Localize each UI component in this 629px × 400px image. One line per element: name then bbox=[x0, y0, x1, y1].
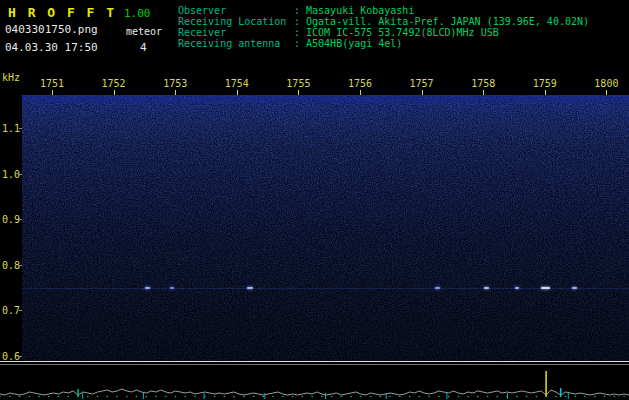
header-info: Observer: Masayuki KobayashiReceiving Lo… bbox=[178, 5, 589, 49]
info-label: Observer bbox=[178, 5, 294, 16]
baseline-dot bbox=[409, 396, 411, 398]
info-label: Receiver bbox=[178, 27, 294, 38]
separator-line-top bbox=[0, 361, 629, 362]
baseline-dot bbox=[185, 396, 187, 398]
info-value: : Ogata-vill. Akita-Pref. JAPAN (139.96E… bbox=[294, 16, 589, 27]
baseline-dot bbox=[253, 396, 255, 398]
baseline-dot bbox=[399, 396, 401, 398]
baseline-dot bbox=[516, 396, 518, 398]
time-tick-label: 1800 bbox=[594, 78, 618, 89]
baseline-dot bbox=[555, 396, 557, 398]
freq-tick-label: 0.9 bbox=[2, 214, 20, 225]
baseline-dot bbox=[233, 396, 235, 398]
time-tick-label: 1759 bbox=[533, 78, 557, 89]
baseline-dot bbox=[584, 396, 586, 398]
baseline-dot bbox=[497, 396, 499, 398]
baseline-dot bbox=[594, 396, 596, 398]
baseline-dot bbox=[282, 396, 284, 398]
baseline-dot bbox=[68, 396, 70, 398]
freq-tick-label: 1.0 bbox=[2, 169, 20, 180]
baseline-dot bbox=[487, 396, 489, 398]
baseline-dot bbox=[545, 396, 547, 398]
baseline-dot bbox=[214, 396, 216, 398]
baseline-dot bbox=[9, 396, 11, 398]
info-row: Receiving Location: Ogata-vill. Akita-Pr… bbox=[178, 16, 589, 27]
baseline-dot bbox=[448, 396, 450, 398]
baseline-dot bbox=[370, 396, 372, 398]
baseline-dot bbox=[389, 396, 391, 398]
time-tick-label: 1751 bbox=[40, 78, 64, 89]
baseline-dot bbox=[126, 396, 128, 398]
baseline-dot bbox=[19, 396, 21, 398]
time-tick-label: 1753 bbox=[163, 78, 187, 89]
filename: 0403301750.png bbox=[5, 23, 98, 36]
baseline-dot bbox=[0, 396, 1, 398]
baseline-dot bbox=[107, 396, 109, 398]
info-value: : A504HB(yagi 4el) bbox=[294, 38, 402, 49]
time-tick-label: 1752 bbox=[102, 78, 126, 89]
baseline-dot bbox=[360, 396, 362, 398]
khz-axis-label: kHz bbox=[2, 72, 20, 83]
baseline-dot bbox=[302, 396, 304, 398]
baseline-dot bbox=[506, 396, 508, 398]
baseline-dot bbox=[575, 396, 577, 398]
level-trace bbox=[0, 389, 629, 395]
baseline-dot bbox=[48, 396, 50, 398]
freq-tick-label: 0.8 bbox=[2, 260, 20, 271]
baseline-dot bbox=[116, 396, 118, 398]
baseline-dot bbox=[87, 396, 89, 398]
info-value: : ICOM IC-575 53.7492(8LCD)MHz USB bbox=[294, 27, 499, 38]
baseline-dot bbox=[380, 396, 382, 398]
baseline-dot bbox=[146, 396, 148, 398]
spectrogram-shading bbox=[22, 95, 629, 362]
time-tick-label: 1755 bbox=[286, 78, 310, 89]
info-row: Observer: Masayuki Kobayashi bbox=[178, 5, 589, 16]
baseline-dot bbox=[263, 396, 265, 398]
baseline-dot bbox=[155, 396, 157, 398]
time-tick-label: 1756 bbox=[348, 78, 372, 89]
baseline-dot bbox=[604, 396, 606, 398]
info-value: : Masayuki Kobayashi bbox=[294, 5, 414, 16]
baseline-dot bbox=[204, 396, 206, 398]
baseline-dot bbox=[136, 396, 138, 398]
baseline-dot bbox=[526, 396, 528, 398]
baseline-dot bbox=[331, 396, 333, 398]
time-tick-label: 1758 bbox=[471, 78, 495, 89]
baseline-dot bbox=[536, 396, 538, 398]
spectrogram bbox=[22, 95, 629, 362]
meteor-count: 4 bbox=[140, 41, 147, 54]
baseline-dot bbox=[224, 396, 226, 398]
info-row: Receiver: ICOM IC-575 53.7492(8LCD)MHz U… bbox=[178, 27, 589, 38]
baseline-dot bbox=[29, 396, 31, 398]
baseline-dot bbox=[243, 396, 245, 398]
baseline-dot bbox=[165, 396, 167, 398]
meteor-label: meteor bbox=[126, 26, 162, 37]
baseline-dot bbox=[350, 396, 352, 398]
info-label: Receiving Location bbox=[178, 16, 294, 27]
app-title: H R O F F T bbox=[8, 5, 116, 20]
baseline-dot bbox=[477, 396, 479, 398]
freq-tick-label: 0.7 bbox=[2, 305, 20, 316]
baseline-dot bbox=[438, 396, 440, 398]
freq-tick-label: 0.6 bbox=[2, 351, 20, 362]
baseline-dot bbox=[614, 396, 616, 398]
time-tick-label: 1754 bbox=[225, 78, 249, 89]
baseline-dot bbox=[58, 396, 60, 398]
baseline-dot bbox=[467, 396, 469, 398]
hrofft-screen: H R O F F T 1.00 0403301750.png meteor 0… bbox=[0, 0, 629, 400]
baseline-dot bbox=[77, 396, 79, 398]
baseline-dot bbox=[565, 396, 567, 398]
baseline-dot bbox=[311, 396, 313, 398]
baseline-dot bbox=[623, 396, 625, 398]
baseline-dot bbox=[458, 396, 460, 398]
info-label: Receiving antenna bbox=[178, 38, 294, 49]
baseline-dot bbox=[97, 396, 99, 398]
baseline-dot bbox=[428, 396, 430, 398]
baseline-dot bbox=[292, 396, 294, 398]
baseline-dot bbox=[419, 396, 421, 398]
info-row: Receiving antenna: A504HB(yagi 4el) bbox=[178, 38, 589, 49]
baseline-dot bbox=[194, 396, 196, 398]
baseline-dot bbox=[175, 396, 177, 398]
baseline-dot bbox=[321, 396, 323, 398]
datetime: 04.03.30 17:50 bbox=[5, 41, 98, 54]
